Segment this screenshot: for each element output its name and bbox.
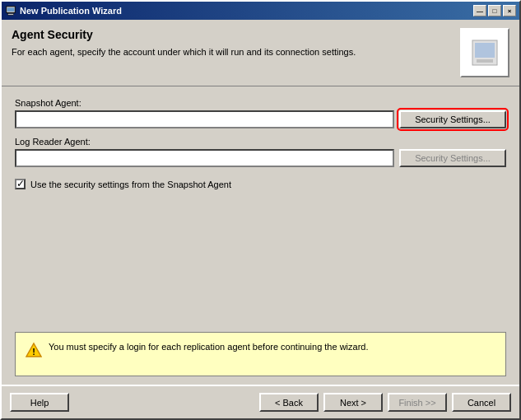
close-button[interactable]: × (503, 5, 516, 16)
header-description: For each agent, specify the account unde… (12, 46, 452, 58)
header-title: Agent Security (12, 28, 452, 41)
log-reader-agent-label: Log Reader Agent: (15, 137, 506, 147)
log-reader-security-button[interactable]: Security Settings... (399, 149, 506, 167)
title-bar: New Publication Wizard — □ × (2, 2, 519, 20)
warning-text: You must specify a login for each replic… (49, 341, 369, 353)
log-reader-agent-row: Security Settings... (15, 149, 506, 167)
svg-rect-2 (7, 8, 15, 12)
help-button[interactable]: Help (10, 393, 69, 412)
svg-text:!: ! (32, 347, 35, 357)
svg-rect-5 (477, 59, 493, 63)
window-icon (5, 5, 16, 16)
window-title: New Publication Wizard (20, 6, 473, 16)
warning-icon: ! (26, 342, 42, 358)
svg-rect-1 (8, 14, 14, 16)
cancel-button[interactable]: Cancel (452, 393, 511, 412)
use-snapshot-settings-row: Use the security settings from the Snaps… (15, 179, 506, 189)
log-reader-agent-input[interactable] (15, 149, 394, 167)
minimize-button[interactable]: — (473, 5, 486, 16)
warning-box: ! You must specify a login for each repl… (15, 332, 506, 376)
main-area: Snapshot Agent: Security Settings... Log… (2, 86, 519, 332)
back-button[interactable]: < Back (259, 393, 319, 412)
maximize-button[interactable]: □ (488, 5, 501, 16)
next-button[interactable]: Next > (323, 393, 383, 412)
use-snapshot-settings-label: Use the security settings from the Snaps… (30, 180, 231, 189)
finish-button[interactable]: Finish >> (388, 393, 447, 412)
snapshot-agent-input[interactable] (15, 110, 394, 128)
snapshot-agent-row: Security Settings... (15, 110, 506, 128)
snapshot-agent-section: Snapshot Agent: Security Settings... (15, 98, 506, 128)
snapshot-agent-label: Snapshot Agent: (15, 98, 506, 108)
main-window: New Publication Wizard — □ × Agent Secur… (0, 0, 521, 420)
title-bar-buttons: — □ × (473, 5, 516, 16)
log-reader-agent-section: Log Reader Agent: Security Settings... (15, 137, 506, 167)
header-text: Agent Security For each agent, specify t… (12, 28, 452, 77)
use-snapshot-settings-checkbox[interactable] (15, 179, 26, 189)
svg-rect-4 (475, 43, 495, 58)
snapshot-security-button[interactable]: Security Settings... (399, 110, 506, 128)
footer: Help < Back Next > Finish >> Cancel (2, 385, 519, 418)
header-section: Agent Security For each agent, specify t… (2, 20, 519, 86)
header-image (460, 28, 509, 77)
